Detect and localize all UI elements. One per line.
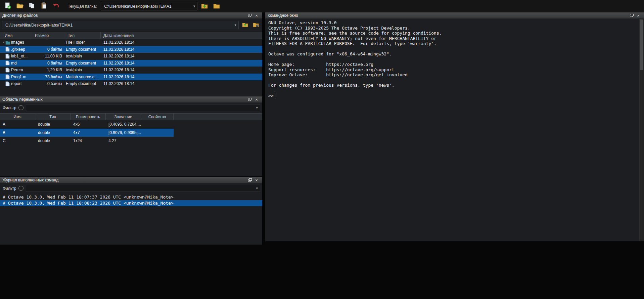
file-row-gitkeep[interactable]: .gitkeep 0 байты Empty document 11.02.20… [0, 46, 262, 53]
scrollbar-thumb[interactable] [640, 19, 643, 70]
variable-value: [0.4095, 0.7264,... [106, 122, 141, 127]
variable-dims: 1x24 [71, 138, 106, 143]
copy-icon [28, 2, 36, 10]
column-header-type[interactable]: Тип [35, 114, 71, 120]
file-row-md[interactable]: md 0 байты Empty document 11.02.2026 18:… [0, 60, 262, 67]
file-row-report[interactable]: report 0 байты Empty document 11.02.2026… [0, 80, 262, 87]
current-folder-value: C:\Users\Nika\Desktop\it-labs\TEMA1 [104, 4, 171, 9]
copy-button[interactable] [27, 2, 37, 11]
filter-label: Фильтр [3, 105, 16, 110]
workspace-table-body: A double 4x6 [0.4095, 0.7264,... B doubl… [0, 120, 262, 145]
history-filter-row: Фильтр ▾ [0, 183, 262, 194]
expand-arrow-icon[interactable]: › [1, 40, 5, 45]
folder-up-button[interactable] [199, 2, 210, 11]
folder-icon [5, 40, 11, 45]
file-row-perem[interactable]: Perem 1,29 KiB text/plain 11.02.2026 18:… [0, 67, 262, 74]
file-size: 11,00 KiB [32, 54, 65, 58]
file-table-header: Имя Размер Тип Дата изменения [0, 32, 262, 39]
undock-panel-button[interactable] [246, 13, 253, 18]
chevron-down-icon: ▾ [193, 4, 195, 8]
file-date: 11.02.2026 18:14 [101, 54, 262, 58]
column-header-date[interactable]: Дата изменения [101, 32, 262, 39]
console-line: Support resources: https://octave.org/su… [268, 67, 637, 73]
file-type: Empty document [65, 61, 101, 66]
history-entry[interactable]: # Octave 10.3.0, Wed Feb 11 18:08:23 202… [0, 200, 262, 207]
undock-icon [630, 14, 634, 17]
browse-folder-button[interactable] [212, 2, 222, 11]
column-header-attr[interactable]: Свойство [141, 114, 174, 120]
console-line [268, 57, 637, 62]
undock-panel-button[interactable] [246, 97, 253, 102]
close-panel-button[interactable]: × [253, 178, 260, 183]
file-type: Empty document [65, 81, 101, 86]
text-cursor [276, 93, 276, 98]
workspace-row-C[interactable]: C double 1x24 4:27 [0, 137, 174, 145]
file-row-lab1[interactable]: lab1_ot... 11,00 KiB text/plain 11.02.20… [0, 53, 262, 60]
filter-checkbox[interactable] [18, 105, 24, 110]
file-type: text/plain [65, 54, 101, 58]
dock-splitter[interactable] [262, 12, 265, 245]
close-icon: × [255, 97, 258, 102]
close-panel-button[interactable]: × [635, 13, 642, 18]
workspace-row-B[interactable]: B double 4x7 [0.9076, 0.9095,... [0, 129, 174, 137]
file-row-images[interactable]: › images File Folder 11.02.2026 18:14 [0, 39, 262, 46]
console-line [268, 46, 637, 52]
panel-title: Журнал выполненных команд [2, 178, 58, 182]
panel-title: Область переменных [2, 97, 43, 102]
undock-panel-button[interactable] [246, 178, 253, 183]
close-panel-button[interactable]: × [253, 97, 260, 102]
column-header-type[interactable]: Тип [65, 32, 101, 39]
file-browser-path-row: C:/Users/Nika/Desktop/it-labs/TEMA1 ▾ [0, 19, 262, 32]
open-folder-icon [16, 2, 24, 10]
undo-icon [52, 2, 60, 10]
folder-actions-button[interactable] [251, 21, 260, 29]
variable-dims: 4x6 [71, 122, 106, 127]
workspace-filter-combobox[interactable]: ▾ [26, 104, 260, 111]
document-icon [5, 81, 11, 86]
paste-icon [40, 2, 48, 10]
column-header-dims[interactable]: Размерность [71, 114, 106, 120]
close-panel-button[interactable]: × [253, 13, 260, 18]
folder-gear-icon [252, 21, 259, 29]
variable-dims: 4x7 [71, 130, 106, 135]
file-date: 11.02.2026 18:14 [101, 81, 262, 86]
undo-button[interactable] [51, 2, 61, 11]
column-header-value[interactable]: Значение [106, 114, 141, 120]
file-type: Matlab source c... [65, 75, 101, 79]
file-row-prog1[interactable]: Prog1.m 73 байты Matlab source c... 11.0… [0, 74, 262, 81]
console-line: Copyright (C) 1993-2025 The Octave Proje… [268, 26, 637, 31]
command-prompt[interactable]: >> [268, 93, 637, 98]
paste-button[interactable] [39, 2, 49, 11]
open-file-button[interactable] [15, 2, 25, 11]
undock-panel-button[interactable] [628, 13, 635, 18]
file-name: Prog1.m [11, 75, 26, 79]
command-window-scrollbar[interactable] [639, 19, 644, 241]
history-entry[interactable]: # Octave 10.3.0, Wed Feb 11 18:07:37 202… [0, 194, 262, 200]
file-name: .gitkeep [11, 47, 25, 52]
workspace-row-A[interactable]: A double 4x6 [0.4095, 0.7264,... [0, 120, 174, 129]
column-header-size[interactable]: Размер [32, 32, 65, 39]
command-window-output[interactable]: GNU Octave, version 10.3.0 Copyright (C)… [265, 19, 644, 98]
new-script-button[interactable] [3, 2, 13, 11]
column-header-name[interactable]: Имя [0, 114, 35, 120]
file-browser-panel: Диспетчер файлов × C:/Users/Nika/Desktop… [0, 12, 262, 96]
console-line: FITNESS FOR A PARTICULAR PURPOSE. For de… [268, 41, 637, 46]
directory-up-button[interactable] [240, 21, 249, 29]
browse-folder-icon [213, 2, 220, 10]
prompt-symbol: >> [268, 93, 274, 98]
command-window-titlebar: Командное окно × [265, 12, 644, 19]
main-area: Диспетчер файлов × C:/Users/Nika/Desktop… [0, 12, 644, 245]
document-icon [5, 47, 11, 52]
filter-checkbox[interactable] [18, 186, 24, 191]
document-icon [5, 68, 11, 73]
left-dock-column: Диспетчер файлов × C:/Users/Nika/Desktop… [0, 12, 262, 245]
main-toolbar: Текущая папка: C:\Users\Nika\Desktop\it-… [0, 0, 644, 12]
column-header-name[interactable]: Имя [0, 32, 32, 39]
file-type: File Folder [65, 40, 101, 45]
history-filter-combobox[interactable]: ▾ [26, 185, 260, 192]
variable-name: A [0, 122, 35, 127]
current-folder-combobox[interactable]: C:\Users\Nika\Desktop\it-labs\TEMA1 ▾ [101, 2, 197, 10]
file-browser-path-combobox[interactable]: C:/Users/Nika/Desktop/it-labs/TEMA1 ▾ [2, 21, 239, 29]
variable-name: C [0, 138, 35, 143]
document-icon [5, 74, 11, 79]
